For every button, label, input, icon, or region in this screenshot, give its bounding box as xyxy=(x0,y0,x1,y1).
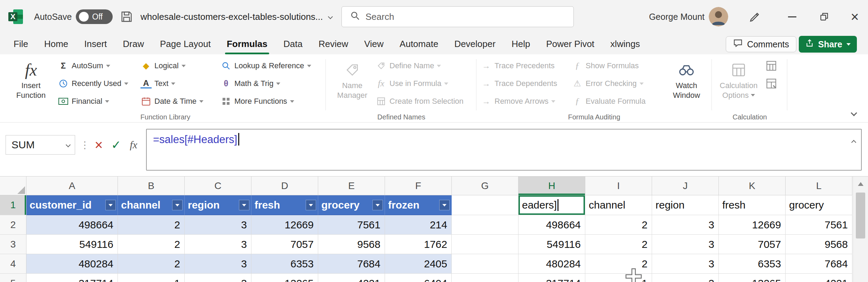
cell[interactable]: 549116 xyxy=(519,235,585,254)
active-cell-h1[interactable]: eaders] xyxy=(519,195,585,215)
tab-help[interactable]: Help xyxy=(504,33,538,54)
cell[interactable]: 2405 xyxy=(385,254,452,274)
search-input[interactable]: Search xyxy=(341,6,574,27)
cell-k1[interactable]: fresh xyxy=(719,195,786,215)
collapse-ribbon-button[interactable] xyxy=(852,110,856,117)
insert-function-button[interactable]: fx Insert Function xyxy=(8,57,54,112)
tab-developer[interactable]: Developer xyxy=(446,33,504,54)
tab-power-pivot[interactable]: Power Pivot xyxy=(538,33,602,54)
cell[interactable]: 317714 xyxy=(519,274,585,282)
cell[interactable]: 2 xyxy=(118,254,185,274)
evaluate-formula-button[interactable]: ƒ Evaluate Formula xyxy=(572,93,645,109)
autosum-button[interactable]: Σ AutoSum xyxy=(58,58,110,74)
row-header-1[interactable]: 1 xyxy=(0,195,26,215)
calculate-now-button[interactable] xyxy=(766,58,777,74)
cell[interactable]: 1 xyxy=(118,274,185,282)
use-in-formula-button[interactable]: fx Use in Formula xyxy=(376,76,448,92)
cell[interactable]: 549116 xyxy=(26,235,118,254)
column-header-f[interactable]: F xyxy=(385,177,452,195)
math-trig-button[interactable]: θ Math & Trig xyxy=(220,76,280,92)
recently-used-button[interactable]: Recently Used xyxy=(58,76,128,92)
trace-dependents-button[interactable]: → Trace Dependents xyxy=(481,76,557,92)
cell[interactable]: 498664 xyxy=(26,215,118,235)
collapse-formula-bar-button[interactable] xyxy=(852,134,855,147)
cell[interactable]: 2 xyxy=(585,235,652,254)
cell[interactable]: 3 xyxy=(185,235,251,254)
column-header-d[interactable]: D xyxy=(251,177,318,195)
cell[interactable]: 9568 xyxy=(318,235,385,254)
text-button[interactable]: A Text xyxy=(140,76,175,92)
select-all-corner[interactable] xyxy=(0,177,26,195)
cell[interactable]: 1 xyxy=(585,274,652,282)
cell[interactable]: 480284 xyxy=(26,254,118,274)
save-icon[interactable] xyxy=(120,0,134,33)
create-from-selection-button[interactable]: Create from Selection xyxy=(376,93,464,109)
autosave-toggle[interactable]: Off xyxy=(76,9,113,24)
name-manager-button[interactable]: Name Manager xyxy=(330,57,375,112)
filter-button[interactable] xyxy=(372,200,383,210)
cell[interactable]: 13265 xyxy=(251,274,318,282)
cell[interactable]: 480284 xyxy=(519,254,585,274)
column-header-i[interactable]: I xyxy=(585,177,652,195)
cell[interactable]: 12669 xyxy=(251,215,318,235)
cell[interactable]: 9568 xyxy=(786,235,852,254)
column-header-b[interactable]: B xyxy=(118,177,185,195)
cell[interactable]: 3 xyxy=(185,274,251,282)
insert-function-fx-button[interactable]: fx xyxy=(126,135,141,155)
avatar[interactable] xyxy=(709,7,728,26)
tab-home[interactable]: Home xyxy=(36,33,76,54)
calculate-sheet-button[interactable] xyxy=(766,76,777,92)
tab-data[interactable]: Data xyxy=(275,33,311,54)
cell[interactable]: 498664 xyxy=(519,215,585,235)
minimize-button[interactable] xyxy=(782,0,802,33)
cell[interactable]: 7057 xyxy=(251,235,318,254)
scroll-up-button[interactable] xyxy=(853,177,868,191)
confirm-entry-button[interactable]: ✓ xyxy=(108,135,124,155)
cell[interactable]: 3 xyxy=(185,254,251,274)
cell[interactable]: 7684 xyxy=(786,254,852,274)
tab-file[interactable]: File xyxy=(6,33,36,54)
vertical-scrollbar[interactable] xyxy=(853,176,868,282)
cell[interactable]: 214 xyxy=(385,215,452,235)
cell[interactable]: 7057 xyxy=(719,235,786,254)
cell[interactable] xyxy=(452,235,519,254)
cell[interactable]: 7684 xyxy=(318,254,385,274)
date-time-button[interactable]: Date & Time xyxy=(140,93,203,109)
cell[interactable]: 3 xyxy=(185,215,251,235)
column-header-h[interactable]: H xyxy=(519,177,585,195)
column-header-k[interactable]: K xyxy=(719,177,786,195)
cell-b1[interactable]: channel xyxy=(118,195,185,215)
cell[interactable] xyxy=(452,215,519,235)
cell[interactable]: 4221 xyxy=(786,274,852,282)
cell[interactable]: 1762 xyxy=(385,235,452,254)
cell-a1[interactable]: customer_id xyxy=(26,195,118,215)
cell[interactable]: 2 xyxy=(585,254,652,274)
share-button[interactable]: Share xyxy=(799,36,857,53)
cell[interactable]: 2 xyxy=(118,215,185,235)
trace-precedents-button[interactable]: → Trace Precedents xyxy=(481,58,555,74)
comments-button[interactable]: Comments xyxy=(726,36,796,52)
filter-button[interactable] xyxy=(239,200,249,210)
cell-g1[interactable] xyxy=(452,195,519,215)
column-header-a[interactable]: A xyxy=(26,177,118,195)
cell-d1[interactable]: fresh xyxy=(251,195,318,215)
error-checking-button[interactable]: ⚠ Error Checking xyxy=(572,76,644,92)
close-button[interactable]: × xyxy=(845,0,865,33)
cell[interactable]: 2 xyxy=(118,235,185,254)
cell[interactable]: 7561 xyxy=(786,215,852,235)
cell[interactable]: 3 xyxy=(652,215,719,235)
tab-automate[interactable]: Automate xyxy=(392,33,446,54)
row-header-2[interactable]: 2 xyxy=(0,215,26,235)
cell-i1[interactable]: channel xyxy=(585,195,652,215)
cell[interactable]: 317714 xyxy=(26,274,118,282)
row-header-3[interactable]: 3 xyxy=(0,235,26,254)
cell[interactable]: 6353 xyxy=(251,254,318,274)
cell-j1[interactable]: region xyxy=(652,195,719,215)
cell[interactable]: 6404 xyxy=(385,274,452,282)
filter-button[interactable] xyxy=(105,200,116,210)
row-header-5[interactable]: 5 xyxy=(0,274,26,282)
tab-draw[interactable]: Draw xyxy=(115,33,152,54)
cell[interactable]: 3 xyxy=(652,235,719,254)
tab-xlwings[interactable]: xlwings xyxy=(602,33,648,54)
cell[interactable]: 3 xyxy=(652,274,719,282)
